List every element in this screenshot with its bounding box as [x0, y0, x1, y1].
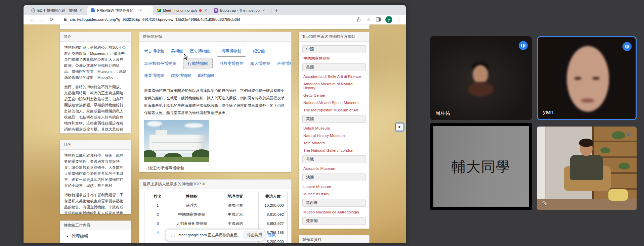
close-icon[interactable]: ×	[204, 8, 208, 13]
participant-tile-3-text[interactable]: 輔大同學	[430, 123, 532, 210]
category-link-selected[interactable]: 海事博物館	[217, 46, 246, 57]
museum-link[interactable]: British Museum	[303, 126, 366, 130]
category-link[interactable]: 美術館	[171, 48, 183, 54]
country-accordion[interactable]: 法國	[302, 174, 366, 181]
box-title: 簡介	[60, 32, 131, 42]
tab-strip: EDIT 博物館介紹 - 博物館 - LibG × PREVIEW 博物館介紹 …	[24, 5, 406, 15]
tab-title: Bootstrap · The most popular	[220, 8, 260, 12]
museum-link[interactable]: National Air and Space Museum	[303, 101, 366, 105]
museum-link[interactable]: Accademia di Belle Arti di Firenze	[303, 75, 366, 79]
close-icon[interactable]: ×	[262, 8, 265, 13]
category-link[interactable]: 歷史博物館	[190, 48, 210, 54]
participant-tile-1[interactable]: 周柏佑	[430, 36, 532, 120]
purpose-paragraph: 博物館蒐藏和維護科學、藝術、或歷史的重要物件，並透過常設展與特展，讓公眾觀看這些…	[64, 152, 127, 189]
address-bar[interactable]: sris-tw.libguides.com/c.php?g=953210&p=6…	[59, 16, 353, 23]
table-row: 3 大都會藝術博物館 美國紐約 6,953,927	[144, 219, 288, 228]
box-title: 博物館工作內容	[60, 221, 131, 230]
bookmark-star-icon[interactable]: ☆	[366, 17, 371, 22]
close-icon[interactable]: ×	[139, 8, 142, 13]
category-link[interactable]: 露天博物館	[250, 61, 270, 66]
museum-link[interactable]: Musée d'Orsay	[303, 192, 366, 196]
museum-types-box: 博物館種類 考古博物館 美術館 歷史博物館 海事博物館 紀念館 軍事和戰爭博物館…	[139, 32, 292, 172]
body-shape	[570, 155, 603, 180]
new-tab-button[interactable]: +	[271, 7, 281, 15]
museum-link[interactable]: Louvre Museum	[303, 185, 366, 189]
tab-edit-libguides[interactable]: EDIT 博物館介紹 - 博物館 - LibG ×	[28, 6, 87, 15]
participant-tile-2-speaking[interactable]: yien	[537, 36, 637, 120]
side-panel-icon[interactable]	[376, 17, 381, 22]
forward-button[interactable]: →	[38, 17, 46, 22]
col-header: 參訪人數	[259, 192, 288, 201]
photo-source: （圖片來源：淡江大學海事博物館）	[139, 171, 291, 172]
museum-link[interactable]: The National Gallery, London	[303, 148, 366, 152]
country-accordion[interactable]: 美國	[302, 63, 366, 71]
tab-preview-libguides[interactable]: PREVIEW 博物館介紹 - 博物館 ×	[87, 6, 153, 15]
country-accordion[interactable]: 中國	[302, 45, 366, 53]
museum-link[interactable]: American Museum of Natural History	[303, 82, 366, 90]
museum-link[interactable]: Vatican Museums	[303, 228, 366, 229]
face-shape	[473, 65, 488, 84]
share-icon[interactable]	[356, 17, 361, 22]
category-link[interactable]: 虛擬博物館	[171, 73, 191, 79]
scroll-to-top-button[interactable]: «	[395, 123, 404, 131]
museum-link[interactable]: The Metropolitan Museum of Art	[303, 108, 366, 112]
participant-name: 你	[542, 200, 547, 206]
work-item: 管理編輯	[72, 234, 131, 239]
category-link[interactable]: 軍事和戰爭博物館	[144, 61, 176, 66]
category-link[interactable]: 動植物園	[198, 73, 214, 79]
museum-link[interactable]: Tate Modern	[303, 141, 366, 145]
top20-box: Top20世界著名博物館官方網站 中國 中國國家博物館 美國 Accademia…	[299, 32, 370, 229]
country-accordion[interactable]: 希臘	[302, 155, 366, 163]
libguides-cloud-icon	[91, 8, 95, 13]
table-row: 1 羅浮宮 法國巴黎 10,200,000	[144, 201, 288, 210]
category-link[interactable]: 自然史博物館	[219, 61, 244, 66]
category-link[interactable]: 專業博物館	[144, 73, 164, 79]
meet-icon	[157, 8, 161, 13]
intro-paragraph: 然而，當時的博物館並不對外開放。文藝復興時期，歐洲的王室貴族開始於王宮中設陳列室…	[64, 84, 127, 134]
museum-link[interactable]: Natural History Museum	[303, 134, 366, 138]
participant-tile-4-you[interactable]: 你	[537, 127, 637, 210]
museum-link[interactable]: Getty Center	[303, 93, 366, 97]
toolbar: ← → ⟳ sris-tw.libguides.com/c.php?g=9532…	[24, 15, 406, 24]
plant-shape	[612, 131, 625, 139]
reload-button[interactable]: ⟳	[48, 17, 56, 22]
hair-shape	[579, 139, 593, 147]
col-header: 地理位置	[212, 192, 259, 201]
plant-shape	[600, 147, 610, 153]
tab-title: PREVIEW 博物館介紹 - 博物館	[97, 8, 137, 13]
country-accordion[interactable]: 梵蒂岡	[302, 217, 366, 225]
hide-banner-button[interactable]: 隱藏	[268, 233, 275, 238]
country-accordion[interactable]: 英國	[302, 115, 366, 123]
box-title: 製作者資料	[299, 235, 369, 243]
screen: EDIT 博物館介紹 - 博物館 - LibG × PREVIEW 博物館介紹 …	[0, 0, 644, 246]
museum-link[interactable]: Museo Nacional de Antropología	[303, 210, 366, 214]
wall-shape	[537, 127, 546, 210]
participant-name: 輔大同學	[452, 157, 511, 176]
box-title: Top20世界著名博物館官方網站	[299, 32, 369, 42]
museum-link[interactable]: Acropolis Museum	[303, 166, 366, 170]
globe-icon	[31, 8, 35, 13]
category-link[interactable]: 紀念館	[253, 48, 265, 54]
creator-box: 製作者資料	[299, 235, 370, 243]
country-accordion[interactable]: 墨西哥	[302, 199, 366, 207]
museum-link[interactable]: 中國國家博物館	[303, 56, 366, 60]
mouth-shape	[581, 98, 594, 103]
category-link[interactable]: 科學博物館	[277, 61, 292, 66]
tab-title: Meet - hci-omno-qch	[163, 8, 197, 12]
mic-off-icon	[625, 131, 632, 139]
tab-meet[interactable]: Meet - hci-omno-qch ×	[153, 6, 210, 15]
plant-shape	[618, 163, 630, 169]
url-text: sris-tw.libguides.com/c.php?g=953210&p=6…	[70, 17, 240, 21]
close-icon[interactable]: ×	[79, 8, 83, 13]
audio-indicator-icon	[519, 41, 528, 50]
back-button[interactable]: ←	[28, 17, 36, 22]
participant-name: yien	[543, 109, 553, 115]
cushion-shape	[608, 189, 628, 201]
menu-kebab-icon[interactable]: ⋮	[397, 17, 401, 22]
screen-share-banner: ⋮⋮ meet.google.com 正在共用你的畫面。 停止共用 隱藏	[166, 230, 264, 241]
stop-sharing-button[interactable]: 停止共用	[244, 231, 265, 239]
drag-handle-icon[interactable]: ⋮⋮	[170, 233, 176, 237]
tab-bootstrap[interactable]: B Bootstrap · The most popular ×	[210, 6, 271, 15]
category-link[interactable]: 考古博物館	[144, 48, 164, 54]
profile-avatar[interactable]: y	[385, 16, 392, 23]
